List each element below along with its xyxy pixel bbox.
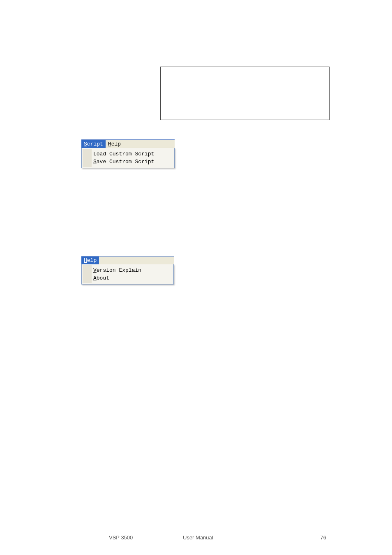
mnemonic-letter: L: [93, 151, 97, 157]
menu-item-version-explain[interactable]: Version Explain: [93, 266, 170, 274]
empty-outlined-box: [160, 67, 330, 120]
footer-product: VSP 3500: [109, 534, 133, 541]
menubar-label-rest: elp: [111, 141, 121, 147]
menubar-script: Script Help: [81, 140, 175, 148]
footer-title: User Manual: [183, 534, 213, 541]
mnemonic-letter: S: [84, 141, 87, 147]
script-menu-screenshot: Script Help Load Custrom Script Save Cus…: [81, 139, 175, 168]
menubar-item-script[interactable]: Script: [81, 140, 106, 148]
menu-item-load-custom-script[interactable]: Load Custrom Script: [93, 150, 171, 158]
script-dropdown: Load Custrom Script Save Custrom Script: [81, 148, 175, 168]
menubar-item-help[interactable]: Help: [106, 140, 123, 148]
menu-item-about[interactable]: About: [93, 274, 170, 282]
menubar-help: Help: [81, 257, 174, 264]
mnemonic-letter: V: [93, 267, 97, 273]
footer-page-number: 76: [321, 534, 326, 541]
menu-item-label-rest: ersion Explain: [97, 267, 141, 273]
menu-item-save-custom-script[interactable]: Save Custrom Script: [93, 158, 171, 166]
mnemonic-letter: H: [108, 141, 111, 147]
help-menu-screenshot: Help Version Explain About: [81, 256, 174, 284]
menu-item-label-rest: ave Custrom Script: [97, 159, 154, 165]
menu-item-label-rest: bout: [97, 275, 109, 281]
help-dropdown: Version Explain About: [81, 264, 174, 284]
mnemonic-letter: S: [93, 159, 97, 165]
menubar-label-rest: elp: [87, 257, 97, 264]
dropdown-gutter: [83, 265, 92, 283]
menubar-item-help[interactable]: Help: [81, 257, 99, 264]
dropdown-gutter: [83, 149, 92, 167]
mnemonic-letter: A: [93, 275, 97, 281]
menubar-label-rest: cript: [87, 141, 103, 147]
mnemonic-letter: H: [84, 257, 87, 264]
menu-item-label-rest: oad Custrom Script: [97, 151, 154, 157]
